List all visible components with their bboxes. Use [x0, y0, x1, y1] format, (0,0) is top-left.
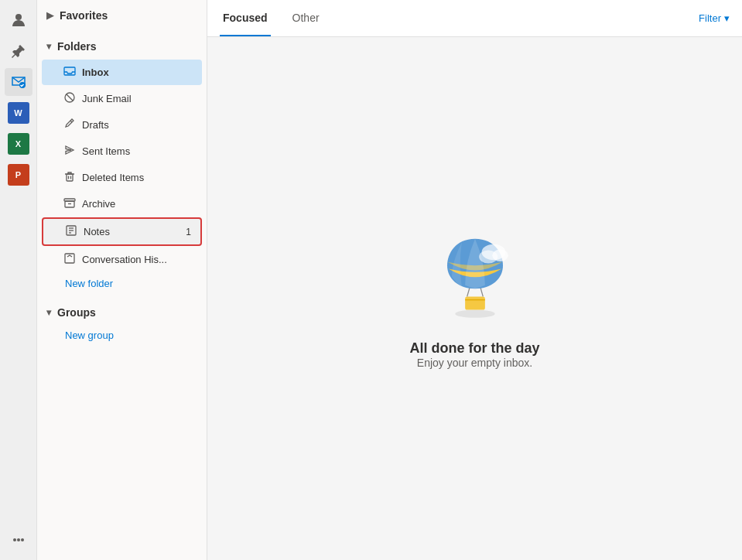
- main-area: Focused Other Filter ▾: [207, 0, 742, 560]
- favorites-chevron: ▶: [46, 10, 53, 21]
- inbox-label: Inbox: [82, 67, 109, 78]
- favorites-label: Favorites: [60, 9, 108, 22]
- empty-state-title: All done for the day: [409, 340, 539, 357]
- mail-check-icon[interactable]: [5, 68, 32, 96]
- svg-line-23: [467, 287, 469, 296]
- favorites-section: ▶ Favorites: [37, 0, 207, 31]
- empty-state: All done for the day Enjoy your empty in…: [207, 37, 742, 560]
- sidebar-item-junk[interactable]: Junk Email: [42, 86, 202, 111]
- archive-icon: [63, 196, 76, 211]
- folders-section: ▾ Folders Inbox Junk Email: [37, 31, 207, 297]
- groups-section: ▾ Groups New group: [37, 297, 207, 349]
- folders-label: Folders: [57, 40, 97, 53]
- word-icon-label: W: [8, 102, 29, 124]
- new-group-label[interactable]: New group: [37, 325, 207, 346]
- notes-label: Notes: [84, 226, 110, 237]
- svg-line-7: [67, 94, 73, 101]
- folders-header[interactable]: ▾ Folders: [37, 34, 207, 59]
- sidebar-item-inbox[interactable]: Inbox: [42, 60, 202, 85]
- groups-header[interactable]: ▾ Groups: [37, 300, 207, 325]
- folders-chevron: ▾: [46, 41, 51, 52]
- svg-rect-9: [67, 174, 73, 181]
- tab-other[interactable]: Other: [289, 1, 323, 36]
- tab-other-label: Other: [292, 12, 320, 24]
- balloon-illustration: [429, 229, 521, 322]
- svg-line-24: [480, 287, 482, 296]
- sidebar-item-drafts[interactable]: Drafts: [42, 112, 202, 138]
- sidebar-item-notes[interactable]: Notes 1: [42, 217, 202, 246]
- filter-label: Filter: [699, 12, 721, 24]
- svg-line-8: [70, 121, 72, 122]
- new-folder-label[interactable]: New folder: [37, 273, 207, 294]
- junk-label: Junk Email: [82, 93, 132, 104]
- deleted-icon: [63, 170, 76, 185]
- deleted-label: Deleted Items: [82, 172, 144, 183]
- drafts-label: Drafts: [82, 119, 109, 131]
- archive-label: Archive: [82, 198, 115, 210]
- more-apps-icon[interactable]: [5, 526, 32, 554]
- inbox-icon: [63, 65, 76, 80]
- svg-point-20: [455, 309, 494, 317]
- conversation-icon: [63, 252, 76, 267]
- conversation-label: Conversation His...: [82, 254, 167, 265]
- ppt-icon-label: P: [8, 164, 29, 186]
- svg-point-2: [13, 538, 16, 541]
- sent-icon: [63, 144, 76, 159]
- sidebar-item-deleted[interactable]: Deleted Items: [42, 165, 202, 190]
- tab-bar: Focused Other Filter ▾: [207, 0, 742, 37]
- new-group-link[interactable]: New group: [37, 325, 207, 346]
- sidebar-item-archive[interactable]: Archive: [42, 191, 202, 217]
- sent-label: Sent Items: [82, 145, 130, 157]
- balloon-svg: [429, 229, 521, 322]
- sidebar: ▶ Favorites ▾ Folders Inbox: [37, 0, 207, 560]
- svg-point-3: [17, 538, 20, 541]
- favorites-header[interactable]: ▶ Favorites: [37, 3, 207, 28]
- sidebar-item-sent[interactable]: Sent Items: [42, 138, 202, 164]
- app-icon-bar: W X P: [0, 0, 37, 560]
- ppt-app-icon[interactable]: P: [5, 161, 32, 189]
- filter-button[interactable]: Filter ▾: [699, 12, 730, 24]
- svg-rect-21: [465, 296, 485, 309]
- new-folder-link[interactable]: New folder: [37, 273, 207, 294]
- groups-chevron: ▾: [46, 307, 51, 318]
- notes-icon: [65, 224, 77, 239]
- excel-app-icon[interactable]: X: [5, 130, 32, 158]
- tab-focused-label: Focused: [223, 12, 268, 24]
- empty-state-subtitle: Enjoy your empty inbox.: [417, 357, 532, 369]
- notes-badge: 1: [186, 227, 191, 237]
- groups-label: Groups: [57, 306, 96, 319]
- svg-point-4: [21, 538, 24, 541]
- excel-icon-label: X: [8, 133, 29, 155]
- filter-chevron: ▾: [724, 12, 730, 24]
- junk-icon: [63, 91, 76, 106]
- people-icon[interactable]: [5, 6, 32, 34]
- word-app-icon[interactable]: W: [5, 99, 32, 127]
- sidebar-item-conversation[interactable]: Conversation His...: [42, 247, 202, 272]
- svg-point-0: [15, 14, 22, 20]
- svg-rect-13: [64, 199, 75, 201]
- pin-icon[interactable]: [5, 37, 32, 65]
- tab-focused[interactable]: Focused: [220, 1, 271, 36]
- drafts-icon: [63, 118, 76, 132]
